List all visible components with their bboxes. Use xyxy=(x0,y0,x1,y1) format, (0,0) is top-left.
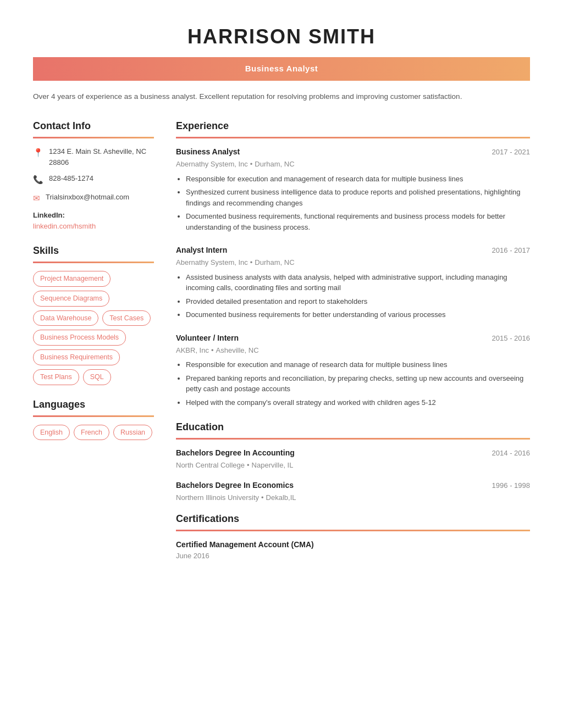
exp-header: Business Analyst 2017 - 2021 xyxy=(176,146,530,158)
certifications-section-title: Certifications xyxy=(176,512,530,526)
contact-linkedin: LinkedIn: linkedin.com/hsmith xyxy=(33,210,154,231)
experience-entries: Business Analyst 2017 - 2021 Abernathy S… xyxy=(176,146,530,408)
phone-icon: 📞 xyxy=(33,174,43,186)
language-tag: English xyxy=(33,425,70,441)
exp-title: Business Analyst xyxy=(176,146,240,158)
education-divider xyxy=(176,438,530,440)
exp-bullet: Documented business requirements for bet… xyxy=(186,309,530,320)
exp-bullets: Responsible for execution and management… xyxy=(176,174,530,233)
linkedin-label: LinkedIn: xyxy=(33,210,154,221)
exp-bullets: Assisted business analysts with data ana… xyxy=(176,272,530,320)
edu-school: Northern Illinois University•Dekalb,IL xyxy=(176,492,530,503)
exp-bullet: Documented business requirements, functi… xyxy=(186,211,530,232)
exp-company: Abernathy System, Inc•Durham, NC xyxy=(176,257,530,268)
exp-dates: 2017 - 2021 xyxy=(492,147,530,158)
edu-dates: 2014 - 2016 xyxy=(492,448,530,459)
cert-date: June 2016 xyxy=(176,551,530,562)
contact-phone: 📞 828-485-1274 xyxy=(33,173,154,186)
language-tag: French xyxy=(74,425,109,441)
experience-section-title: Experience xyxy=(176,119,530,134)
languages-section-title: Languages xyxy=(33,397,154,412)
experience-entry: Business Analyst 2017 - 2021 Abernathy S… xyxy=(176,146,530,232)
exp-bullet: Provided detailed presentation and repor… xyxy=(186,296,530,307)
skills-section: Skills Project ManagementSequence Diagra… xyxy=(33,243,154,385)
location-icon: 📍 xyxy=(33,147,43,159)
contact-address: 📍 1234 E. Main St. Asheville, NC 28806 xyxy=(33,146,154,168)
skill-tag: Business Process Models xyxy=(33,330,126,346)
address-text: 1234 E. Main St. Asheville, NC 28806 xyxy=(49,146,154,168)
exp-title: Analyst Intern xyxy=(176,244,227,256)
exp-bullet: Helped with the company's overall strate… xyxy=(186,397,530,408)
exp-header: Volunteer / Intern 2015 - 2016 xyxy=(176,332,530,344)
edu-degree: Bachelors Degree In Accounting xyxy=(176,447,295,459)
exp-header: Analyst Intern 2016 - 2017 xyxy=(176,244,530,256)
exp-title: Volunteer / Intern xyxy=(176,332,239,344)
exp-bullets: Responsible for execution and manage of … xyxy=(176,359,530,408)
skills-divider xyxy=(33,262,154,263)
skills-section-title: Skills xyxy=(33,243,154,258)
language-tags-container: EnglishFrenchRussian xyxy=(33,425,154,441)
edu-header: Bachelors Degree In Economics 1996 - 199… xyxy=(176,480,530,491)
candidate-name: HARRISON SMITH xyxy=(33,22,530,52)
experience-entry: Analyst Intern 2016 - 2017 Abernathy Sys… xyxy=(176,244,530,320)
exp-dates: 2015 - 2016 xyxy=(492,333,530,344)
summary-text: Over 4 years of experience as a business… xyxy=(33,91,530,103)
skill-tag: Test Plans xyxy=(33,369,79,385)
exp-company: Abernathy System, Inc•Durham, NC xyxy=(176,159,530,170)
left-column: Contact Info 📍 1234 E. Main St. Ashevill… xyxy=(33,119,154,574)
experience-section: Experience Business Analyst 2017 - 2021 … xyxy=(176,119,530,408)
resume-page: HARRISON SMITH Business Analyst Over 4 y… xyxy=(0,0,563,607)
contact-section-title: Contact Info xyxy=(33,119,154,134)
exp-company: AKBR, Inc•Asheville, NC xyxy=(176,345,530,356)
certifications-divider xyxy=(176,530,530,531)
cert-name: Certified Management Account (CMA) xyxy=(176,539,530,551)
skill-tag: SQL xyxy=(83,369,111,385)
phone-text: 828-485-1274 xyxy=(49,173,93,184)
exp-bullet: Responsible for execution and manage of … xyxy=(186,359,530,370)
edu-school: North Central College•Naperville, IL xyxy=(176,460,530,471)
title-bar: Business Analyst xyxy=(33,57,530,81)
skill-tag: Test Cases xyxy=(102,310,151,326)
education-section: Education Bachelors Degree In Accounting… xyxy=(176,420,530,503)
edu-dates: 1996 - 1998 xyxy=(492,480,530,491)
exp-bullet: Assisted business analysts with data ana… xyxy=(186,272,530,293)
experience-divider xyxy=(176,137,530,138)
certification-entry: Certified Management Account (CMA) June … xyxy=(176,539,530,562)
exp-bullet: Responsible for execution and management… xyxy=(186,174,530,185)
experience-entry: Volunteer / Intern 2015 - 2016 AKBR, Inc… xyxy=(176,332,530,408)
email-icon: ✉ xyxy=(33,192,40,205)
education-entry: Bachelors Degree In Economics 1996 - 199… xyxy=(176,480,530,503)
languages-section: Languages EnglishFrenchRussian xyxy=(33,397,154,441)
exp-dates: 2016 - 2017 xyxy=(492,245,530,256)
language-tag: Russian xyxy=(113,425,152,441)
skill-tags-container: Project ManagementSequence DiagramsData … xyxy=(33,271,154,385)
contact-email: ✉ Trialsinxbox@hotmail.com xyxy=(33,192,154,205)
edu-header: Bachelors Degree In Accounting 2014 - 20… xyxy=(176,447,530,459)
candidate-title: Business Analyst xyxy=(245,64,318,73)
linkedin-value: linkedin.com/hsmith xyxy=(33,221,154,232)
right-column: Experience Business Analyst 2017 - 2021 … xyxy=(176,119,530,574)
edu-degree: Bachelors Degree In Economics xyxy=(176,480,294,491)
email-text: Trialsinxbox@hotmail.com xyxy=(46,192,129,203)
education-entries: Bachelors Degree In Accounting 2014 - 20… xyxy=(176,447,530,503)
skill-tag: Business Requirements xyxy=(33,349,120,365)
exp-bullet: Prepared banking reports and reconciliat… xyxy=(186,373,530,394)
certifications-section: Certifications Certified Management Acco… xyxy=(176,512,530,562)
exp-bullet: Synthesized current business intelligenc… xyxy=(186,187,530,208)
contact-divider xyxy=(33,137,154,138)
skill-tag: Project Management xyxy=(33,271,111,287)
education-entry: Bachelors Degree In Accounting 2014 - 20… xyxy=(176,447,530,471)
skill-tag: Data Warehouse xyxy=(33,310,98,326)
main-layout: Contact Info 📍 1234 E. Main St. Ashevill… xyxy=(33,119,530,574)
certifications-entries: Certified Management Account (CMA) June … xyxy=(176,539,530,562)
skill-tag: Sequence Diagrams xyxy=(33,291,109,307)
languages-divider xyxy=(33,415,154,417)
education-section-title: Education xyxy=(176,420,530,435)
contact-section: Contact Info 📍 1234 E. Main St. Ashevill… xyxy=(33,119,154,231)
